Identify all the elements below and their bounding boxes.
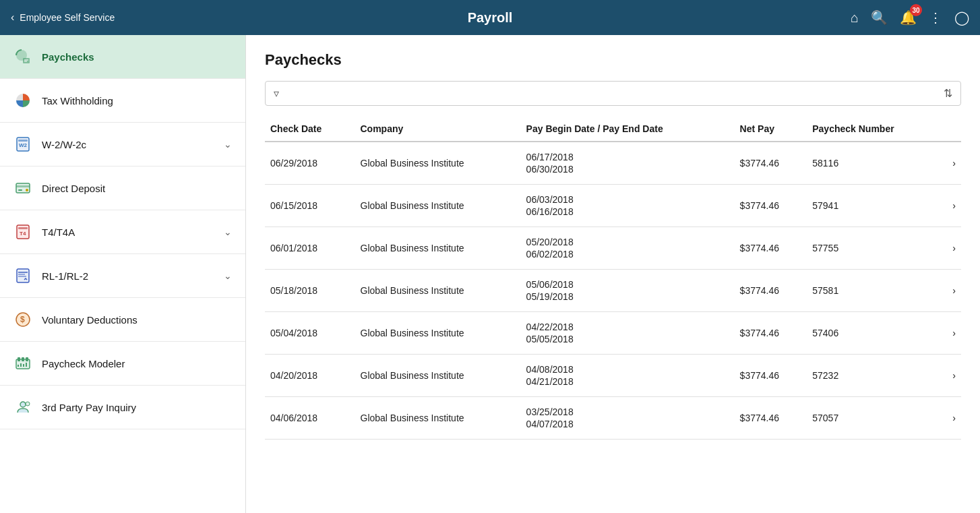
sidebar-item-voluntary-label: Voluntary Deductions — [42, 314, 232, 326]
w2-chevron-icon: ⌄ — [224, 139, 232, 150]
header-icons: ⌂ 🔍 🔔 30 ⋮ ◯ — [851, 9, 969, 26]
cell-net-pay: $3774.46 — [735, 270, 807, 312]
sidebar-item-rl1-label: RL-1/RL-2 — [42, 270, 214, 282]
rl1-chevron-icon: ⌄ — [224, 270, 232, 281]
sidebar-item-3rd-party-label: 3rd Party Pay Inquiry — [42, 402, 232, 413]
cell-check-date: 04/06/2018 — [265, 397, 355, 440]
top-header: ‹ Employee Self Service Payroll ⌂ 🔍 🔔 30… — [0, 0, 980, 35]
sidebar-item-deposit-label: Direct Deposit — [42, 183, 232, 194]
sidebar-item-paychecks[interactable]: Paychecks — [0, 35, 245, 79]
cell-check-date: 06/15/2018 — [265, 185, 355, 227]
table-header-row: Check Date Company Pay Begin Date / Pay … — [265, 117, 961, 142]
col-pay-dates: Pay Begin Date / Pay End Date — [521, 117, 735, 142]
cell-row-chevron: › — [941, 227, 961, 270]
sidebar-item-3rd-party[interactable]: 3rd Party Pay Inquiry — [0, 386, 245, 429]
cell-pay-dates: 05/20/2018 06/02/2018 — [521, 227, 735, 270]
cell-check-date: 06/01/2018 — [265, 227, 355, 270]
paycheck-modeler-icon — [13, 354, 32, 373]
table-row[interactable]: 06/15/2018 Global Business Institute 06/… — [265, 185, 961, 227]
table-row[interactable]: 05/04/2018 Global Business Institute 04/… — [265, 312, 961, 355]
svg-point-29 — [20, 402, 26, 407]
paychecks-icon — [13, 47, 32, 66]
cell-company: Global Business Institute — [355, 142, 521, 185]
svg-text:W2: W2 — [19, 142, 28, 148]
cell-net-pay: $3774.46 — [735, 397, 807, 440]
filter-icon[interactable]: ▿ — [274, 87, 279, 100]
cell-net-pay: $3774.46 — [735, 312, 807, 355]
sidebar-item-direct-deposit[interactable]: Direct Deposit — [0, 167, 245, 210]
profile-icon[interactable]: ◯ — [954, 9, 969, 26]
sidebar-item-rl1[interactable]: RL-1/RL-2 ⌄ — [0, 254, 245, 298]
cell-company: Global Business Institute — [355, 185, 521, 227]
cell-company: Global Business Institute — [355, 227, 521, 270]
notifications-icon[interactable]: 🔔 30 — [900, 9, 917, 26]
app-layout: Paychecks Tax Withholding W2 — [0, 35, 980, 513]
notification-badge: 30 — [910, 4, 922, 16]
sidebar-item-tax-label: Tax Withholding — [42, 95, 232, 107]
sort-icon[interactable]: ⇅ — [944, 87, 952, 100]
col-action — [941, 117, 961, 142]
cell-net-pay: $3774.46 — [735, 185, 807, 227]
cell-check-date: 05/04/2018 — [265, 312, 355, 355]
cell-paycheck-number: 57057 — [807, 397, 941, 440]
cell-paycheck-number: 57755 — [807, 227, 941, 270]
table-row[interactable]: 06/29/2018 Global Business Institute 06/… — [265, 142, 961, 185]
svg-text:$: $ — [20, 315, 25, 324]
sidebar-item-t4-label: T4/T4A — [42, 227, 214, 238]
svg-point-11 — [26, 189, 28, 191]
sidebar-item-voluntary-deductions[interactable]: $ Voluntary Deductions — [0, 298, 245, 342]
table-row[interactable]: 04/06/2018 Global Business Institute 03/… — [265, 397, 961, 440]
svg-rect-23 — [22, 357, 24, 361]
sidebar-item-w2[interactable]: W2 W-2/W-2c ⌄ — [0, 123, 245, 167]
search-icon[interactable]: 🔍 — [871, 9, 888, 26]
sidebar: Paychecks Tax Withholding W2 — [0, 35, 246, 513]
svg-rect-8 — [16, 183, 30, 193]
back-label: Employee Self Service — [20, 12, 115, 23]
svg-rect-9 — [16, 185, 30, 187]
svg-rect-13 — [18, 227, 28, 229]
direct-deposit-icon — [13, 179, 32, 198]
svg-rect-6 — [18, 140, 28, 142]
sidebar-item-t4[interactable]: T4 T4/T4A ⌄ — [0, 210, 245, 254]
cell-pay-dates: 05/06/2018 05/19/2018 — [521, 270, 735, 312]
cell-company: Global Business Institute — [355, 355, 521, 397]
col-paycheck-number: Paycheck Number — [807, 117, 941, 142]
cell-net-pay: $3774.46 — [735, 142, 807, 185]
w2-icon: W2 — [13, 135, 32, 154]
cell-check-date: 04/20/2018 — [265, 355, 355, 397]
cell-pay-dates: 06/17/2018 06/30/2018 — [521, 142, 735, 185]
table-row[interactable]: 05/18/2018 Global Business Institute 05/… — [265, 270, 961, 312]
cell-row-chevron: › — [941, 355, 961, 397]
more-options-icon[interactable]: ⋮ — [929, 9, 942, 26]
cell-net-pay: $3774.46 — [735, 355, 807, 397]
filter-bar: ▿ ⇅ — [265, 81, 961, 106]
t4-chevron-icon: ⌄ — [224, 227, 232, 237]
t4-icon: T4 — [13, 222, 32, 241]
main-content: Paychecks ▿ ⇅ Check Date Company Pay Beg… — [246, 35, 980, 513]
cell-net-pay: $3774.46 — [735, 227, 807, 270]
page-title: Paychecks — [265, 51, 961, 69]
header-title: Payroll — [468, 10, 513, 26]
cell-row-chevron: › — [941, 185, 961, 227]
cell-pay-dates: 03/25/2018 04/07/2018 — [521, 397, 735, 440]
cell-company: Global Business Institute — [355, 312, 521, 355]
cell-paycheck-number: 57581 — [807, 270, 941, 312]
cell-paycheck-number: 57232 — [807, 355, 941, 397]
sidebar-item-paycheck-modeler[interactable]: Paycheck Modeler — [0, 342, 245, 386]
back-navigation[interactable]: ‹ Employee Self Service — [11, 11, 159, 24]
col-company: Company — [355, 117, 521, 142]
paychecks-table: Check Date Company Pay Begin Date / Pay … — [265, 117, 961, 440]
table-row[interactable]: 04/20/2018 Global Business Institute 04/… — [265, 355, 961, 397]
cell-paycheck-number: 58116 — [807, 142, 941, 185]
back-arrow-icon: ‹ — [11, 11, 14, 24]
cell-paycheck-number: 57941 — [807, 185, 941, 227]
sidebar-item-w2-label: W-2/W-2c — [42, 139, 214, 150]
table-row[interactable]: 06/01/2018 Global Business Institute 05/… — [265, 227, 961, 270]
svg-rect-15 — [17, 269, 29, 282]
cell-row-chevron: › — [941, 142, 961, 185]
cell-pay-dates: 04/22/2018 05/05/2018 — [521, 312, 735, 355]
cell-company: Global Business Institute — [355, 397, 521, 440]
voluntary-deductions-icon: $ — [13, 310, 32, 329]
sidebar-item-tax-withholding[interactable]: Tax Withholding — [0, 79, 245, 123]
home-icon[interactable]: ⌂ — [851, 10, 859, 26]
